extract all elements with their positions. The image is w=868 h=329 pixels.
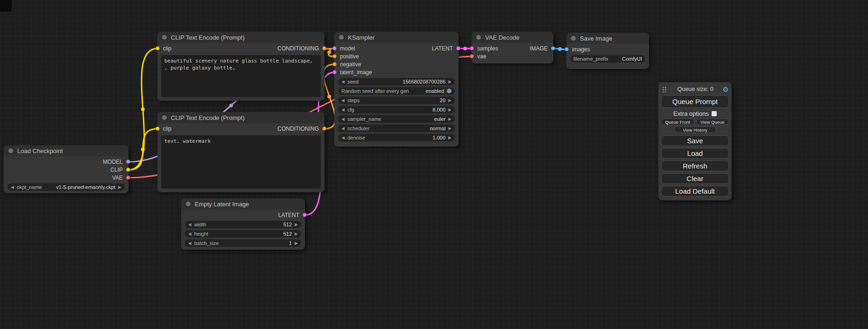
widget-value: 512 [283, 222, 292, 227]
port-clip-output[interactable] [126, 168, 130, 172]
node-title-bar[interactable]: Load Checkpoint [4, 145, 128, 156]
widget-cfg[interactable]: ◀ cfg 8.000 ▶ [338, 106, 455, 113]
input-label-samples: samples [477, 45, 498, 52]
refresh-button[interactable]: Refresh [661, 161, 729, 171]
next-value-icon[interactable]: ▶ [448, 117, 452, 121]
node-title-bar[interactable]: Save Image [566, 33, 649, 44]
port-latent-output[interactable] [456, 46, 460, 50]
node-title: KSampler [348, 34, 374, 41]
load-button[interactable]: Load [661, 148, 729, 159]
decrement-icon[interactable]: ◀ [188, 241, 191, 245]
increment-icon[interactable]: ▶ [448, 80, 452, 84]
port-positive-input[interactable] [332, 54, 337, 58]
port-clip-input[interactable] [155, 46, 160, 50]
widget-filename-prefix[interactable]: filename_prefix ComfyUI [570, 55, 645, 63]
node-title-bar[interactable]: VAE Decode [472, 32, 553, 43]
node-clip-text-encode-negative[interactable]: CLIP Text Encode (Prompt) clip CONDITION… [157, 112, 325, 192]
increment-icon[interactable]: ▶ [295, 223, 298, 227]
widget-steps[interactable]: ◀ steps 20 ▶ [338, 97, 455, 104]
node-title: Save Image [580, 35, 612, 42]
node-title-bar[interactable]: Empty Latent Image [181, 198, 305, 210]
collapse-dot-icon[interactable] [8, 148, 13, 153]
next-value-icon[interactable]: ▶ [118, 185, 121, 189]
decrement-icon[interactable]: ◀ [188, 223, 191, 227]
port-negative-input[interactable] [332, 62, 337, 66]
prompt-text-input[interactable]: text, watermark [161, 135, 321, 189]
collapse-dot-icon[interactable] [162, 115, 167, 120]
output-label-latent: LATENT [278, 212, 299, 218]
widget-batch-size[interactable]: ◀ batch_size 1 ▶ [185, 239, 301, 247]
increment-icon[interactable]: ▶ [448, 108, 452, 112]
slot-row: latent_image [334, 68, 459, 76]
drag-handle-icon[interactable] [662, 86, 667, 92]
port-images-input[interactable] [565, 47, 569, 51]
collapse-dot-icon[interactable] [571, 36, 576, 41]
node-clip-text-encode-positive[interactable]: CLIP Text Encode (Prompt) clip CONDITION… [157, 32, 325, 101]
node-vae-decode[interactable]: VAE Decode samples IMAGE vae [472, 32, 553, 63]
widget-width[interactable]: ◀ width 512 ▶ [185, 221, 301, 228]
collapse-dot-icon[interactable] [186, 202, 191, 206]
widget-name: height [194, 231, 208, 237]
queue-front-button[interactable]: Queue Front [661, 119, 694, 125]
decrement-icon[interactable]: ◀ [188, 232, 191, 236]
extra-options-checkbox[interactable] [712, 111, 717, 116]
view-history-button[interactable]: View History [674, 126, 716, 133]
port-samples-input[interactable] [470, 46, 474, 50]
increment-icon[interactable]: ▶ [295, 241, 298, 245]
widget-seed[interactable]: ◀ seed 156680208700286 ▶ [338, 78, 455, 85]
port-vae-output[interactable] [126, 175, 130, 180]
increment-icon[interactable]: ▶ [448, 98, 452, 103]
decrement-icon[interactable]: ◀ [341, 136, 345, 140]
load-default-button[interactable]: Load Default [661, 186, 729, 196]
widget-ckpt-name[interactable]: ◀ ckpt_name v1-5-pruned-emaonly.ckpt ▶ [7, 183, 125, 191]
port-model-output[interactable] [126, 160, 130, 164]
widget-height[interactable]: ◀ height 512 ▶ [185, 230, 301, 238]
port-conditioning-output[interactable] [322, 126, 326, 131]
decrement-icon[interactable]: ◀ [341, 98, 345, 103]
slot-row: MODEL [4, 158, 128, 166]
widget-scheduler[interactable]: ◀ scheduler normal ▶ [338, 125, 455, 132]
prompt-text-input[interactable]: beautiful scenery nature glass bottle la… [161, 55, 321, 97]
increment-icon[interactable]: ▶ [448, 136, 452, 140]
port-latent-image-input[interactable] [332, 70, 337, 74]
prev-value-icon[interactable]: ◀ [341, 117, 345, 121]
collapse-dot-icon[interactable] [339, 35, 344, 40]
prev-value-icon[interactable]: ◀ [11, 185, 14, 189]
slot-row: VAE [4, 174, 128, 182]
node-save-image[interactable]: Save Image images filename_prefix ComfyU… [566, 33, 649, 69]
port-conditioning-output[interactable] [322, 46, 326, 50]
input-label-clip: clip [163, 45, 171, 52]
save-button[interactable]: Save [661, 135, 729, 146]
node-ksampler[interactable]: KSampler model LATENT positive negative … [334, 32, 459, 147]
slot-row: model LATENT [334, 44, 459, 52]
port-clip-input[interactable] [155, 126, 160, 131]
collapse-dot-icon[interactable] [162, 35, 167, 40]
port-image-output[interactable] [551, 46, 555, 50]
port-vae-input[interactable] [470, 54, 474, 58]
toggle-knob-icon[interactable] [447, 89, 452, 93]
clear-button[interactable]: Clear [661, 173, 729, 184]
node-title-bar[interactable]: KSampler [334, 32, 459, 43]
widget-random-seed-toggle[interactable]: Random seed after every gen enabled [338, 87, 455, 95]
port-model-input[interactable] [332, 46, 337, 50]
node-title-bar[interactable]: CLIP Text Encode (Prompt) [157, 32, 325, 43]
node-load-checkpoint[interactable]: Load Checkpoint MODEL CLIP VAE ◀ ckpt_na… [4, 145, 128, 193]
view-queue-button[interactable]: View Queue [696, 119, 729, 125]
port-latent-output[interactable] [303, 213, 307, 217]
node-title-bar[interactable]: CLIP Text Encode (Prompt) [157, 112, 325, 123]
widget-name: denoise [347, 135, 366, 140]
node-empty-latent-image[interactable]: Empty Latent Image LATENT ◀ width 512 ▶ … [181, 198, 305, 250]
increment-icon[interactable]: ▶ [295, 232, 298, 236]
decrement-icon[interactable]: ◀ [341, 80, 345, 84]
prev-value-icon[interactable]: ◀ [341, 126, 345, 131]
widget-denoise[interactable]: ◀ denoise 1.000 ▶ [338, 134, 455, 141]
queue-prompt-button[interactable]: Queue Prompt [661, 95, 729, 108]
decrement-icon[interactable]: ◀ [341, 108, 345, 112]
widget-sampler-name[interactable]: ◀ sampler_name euler ▶ [338, 115, 455, 123]
next-value-icon[interactable]: ▶ [448, 126, 452, 131]
widget-name: steps [347, 98, 360, 103]
settings-gear-icon[interactable]: ⚙ [723, 86, 729, 93]
collapse-dot-icon[interactable] [476, 35, 481, 40]
queue-panel: Queue size: 0 ⚙ Queue Prompt Extra optio… [658, 82, 732, 200]
widget-name: scheduler [347, 126, 370, 131]
